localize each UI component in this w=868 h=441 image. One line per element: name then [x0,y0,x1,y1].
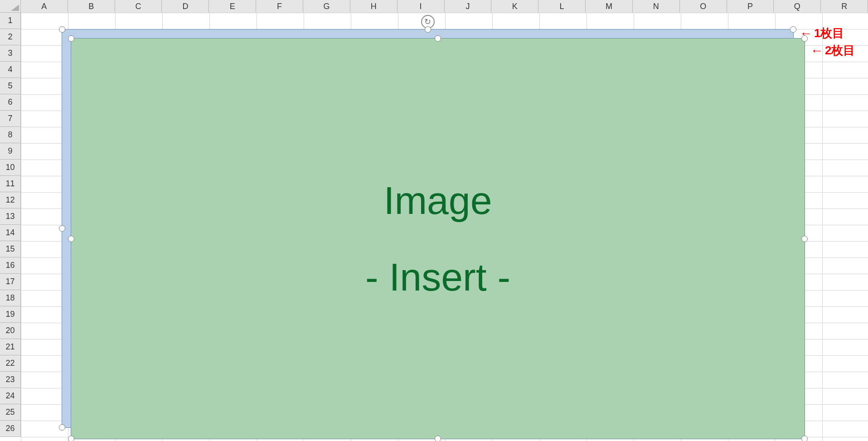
row-header-21[interactable]: 21 [0,339,20,355]
select-all-corner[interactable] [0,0,21,13]
column-header-K[interactable]: K [491,0,538,13]
resize-handle-n[interactable] [425,26,431,33]
row-header-2[interactable]: 2 [0,29,20,45]
column-header-P[interactable]: P [727,0,774,13]
row-header-9[interactable]: 9 [0,143,20,160]
row-header-20[interactable]: 20 [0,323,20,339]
resize-handle-sw[interactable] [68,436,74,441]
shape-text-line2: - Insert - [365,255,510,300]
row-header-1[interactable]: 1 [0,13,20,29]
resize-handle-nw[interactable] [59,26,65,33]
resize-handle-w[interactable] [68,236,74,242]
row-header-5[interactable]: 5 [0,78,20,94]
column-header-C[interactable]: C [115,0,162,13]
row-header-16[interactable]: 16 [0,257,20,274]
row-header-19[interactable]: 19 [0,306,20,323]
row-header-6[interactable]: 6 [0,94,20,111]
column-header-B[interactable]: B [68,0,115,13]
column-header-G[interactable]: G [303,0,350,13]
column-header-Q[interactable]: Q [774,0,821,13]
resize-handle-sw[interactable] [59,424,65,431]
row-header-23[interactable]: 23 [0,372,20,388]
row-header-8[interactable]: 8 [0,127,20,143]
row-header-17[interactable]: 17 [0,274,20,290]
row-header-22[interactable]: 22 [0,355,20,372]
resize-handle-e[interactable] [801,236,808,242]
cell-grid[interactable]: ↻ Image - Insert - [21,13,868,441]
row-header-3[interactable]: 3 [0,45,20,62]
row-header-10[interactable]: 10 [0,160,20,176]
arrow-left-icon: ← [800,27,812,40]
annotation-label-2: ← 2枚目 [810,43,855,58]
row-headers: 1234567891011121314151617181920212223242… [0,13,21,437]
column-header-O[interactable]: O [680,0,727,13]
spreadsheet: ABCDEFGHIJKLMNOPQR 123456789101112131415… [0,0,868,441]
column-header-M[interactable]: M [586,0,633,13]
arrow-left-icon: ← [810,44,823,57]
resize-handle-n[interactable] [435,35,441,42]
resize-handle-s[interactable] [435,436,441,441]
column-headers: ABCDEFGHIJKLMNOPQR [0,0,868,13]
row-header-24[interactable]: 24 [0,388,20,404]
row-header-13[interactable]: 13 [0,208,20,225]
row-header-12[interactable]: 12 [0,192,20,208]
row-header-4[interactable]: 4 [0,62,20,78]
column-header-R[interactable]: R [821,0,868,13]
row-header-26[interactable]: 26 [0,421,20,437]
row-header-11[interactable]: 11 [0,176,20,192]
resize-handle-ne[interactable] [790,26,796,33]
row-header-15[interactable]: 15 [0,241,20,257]
annotation-label-1: ← 1枚目 [800,25,844,41]
resize-handle-w[interactable] [59,225,65,232]
annotation-text-2: 2枚目 [825,43,855,58]
row-header-14[interactable]: 14 [0,225,20,241]
row-header-25[interactable]: 25 [0,404,20,421]
column-header-L[interactable]: L [538,0,586,13]
column-header-F[interactable]: F [256,0,303,13]
annotation-text-1: 1枚目 [814,25,844,41]
resize-handle-se[interactable] [801,436,808,441]
shape-front-image-2[interactable]: Image - Insert - [71,38,805,439]
row-header-7[interactable]: 7 [0,111,20,127]
column-header-A[interactable]: A [21,0,68,13]
column-header-N[interactable]: N [633,0,680,13]
resize-handle-nw[interactable] [68,35,74,42]
shape-text-line1: Image [383,178,492,223]
column-header-E[interactable]: E [209,0,256,13]
column-header-D[interactable]: D [162,0,209,13]
column-header-I[interactable]: I [398,0,445,13]
row-header-18[interactable]: 18 [0,290,20,306]
column-header-H[interactable]: H [350,0,398,13]
column-header-J[interactable]: J [445,0,492,13]
